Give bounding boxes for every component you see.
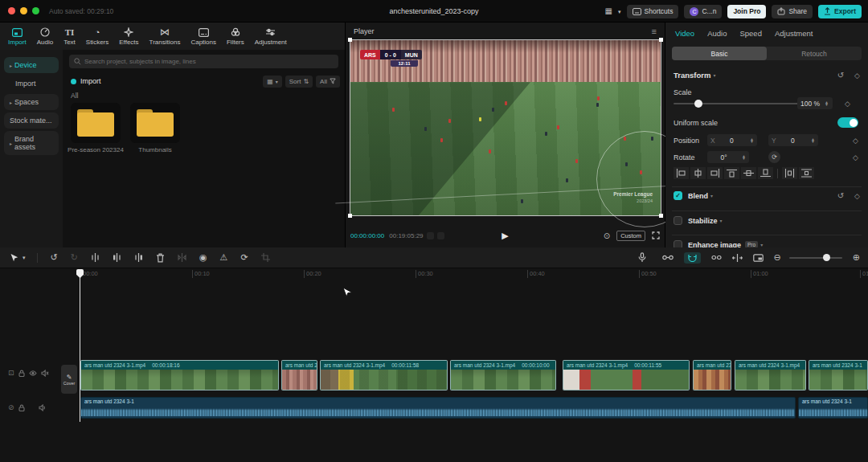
unlink-icon[interactable]	[711, 254, 722, 261]
align-center-vertical-button[interactable]	[741, 167, 756, 179]
snapping-magnet-icon[interactable]	[684, 252, 701, 264]
rotate-value-field[interactable]: 0° ▲▼	[707, 151, 749, 163]
align-left-button[interactable]	[674, 167, 689, 179]
stepper-icon[interactable]: ▲▼	[825, 101, 829, 106]
timeline-clip[interactable]: ars man utd 2	[281, 360, 317, 390]
timeline-zoom-knob[interactable]	[823, 254, 830, 261]
minimize-window-button[interactable]	[20, 7, 27, 14]
keyframe-icon[interactable]: ◇	[845, 100, 850, 108]
fullscreen-icon[interactable]	[652, 231, 660, 239]
collapse-caret-icon[interactable]: ▾	[713, 72, 715, 78]
crop-icon[interactable]	[261, 253, 270, 262]
layout-icon[interactable]: ▦	[605, 7, 612, 15]
video-preview[interactable]: ARS 0 - 0 MUN 12:11 Premier League 2023/…	[350, 40, 661, 215]
keyframe-icon[interactable]: ◇	[853, 137, 858, 145]
timeline-clip[interactable]: ars man utd 2324 3-1.mp400:00:10:00	[450, 360, 556, 390]
tool-transitions[interactable]: ⋈ Transitions	[149, 27, 181, 46]
export-button[interactable]: Export	[818, 5, 862, 18]
redo-icon[interactable]: ↻	[71, 253, 78, 262]
mute-speaker-icon[interactable]	[41, 370, 49, 377]
close-window-button[interactable]	[8, 7, 15, 14]
scale-value-field[interactable]: 100 % ▲▼	[797, 97, 833, 109]
reset-icon[interactable]: ↺	[837, 71, 844, 80]
selection-handle[interactable]	[348, 38, 352, 42]
select-tool-icon[interactable]	[10, 253, 18, 263]
align-right-button[interactable]	[707, 167, 723, 179]
delete-left-icon[interactable]	[113, 253, 121, 262]
frame-option-icon[interactable]	[437, 232, 444, 239]
sidebar-item-device[interactable]: ▸ Device	[4, 57, 59, 73]
timeline-zoom-slider[interactable]	[789, 257, 842, 259]
view-mode-button[interactable]: ▦ ▾	[263, 76, 282, 88]
zoom-window-button[interactable]	[32, 7, 39, 14]
keying-icon[interactable]: ⚠	[220, 253, 228, 262]
cover-button[interactable]: ✎ Cover	[61, 365, 77, 394]
undo-icon[interactable]: ↺	[51, 253, 58, 262]
tool-adjustment[interactable]: Adjustment	[255, 27, 287, 46]
join-pro-button[interactable]: Join Pro	[727, 5, 766, 18]
stepper-icon[interactable]: ▲▼	[811, 138, 815, 143]
timeline-clip[interactable]: ars man utd 2324 3-1.mp4	[735, 360, 806, 390]
tab-video[interactable]: Video	[675, 29, 694, 38]
tool-filters[interactable]: Filters	[227, 27, 244, 46]
lock-icon[interactable]	[18, 404, 25, 411]
tool-audio[interactable]: Audio	[37, 27, 53, 46]
timeline-clip[interactable]: ars man utd 2324 3-1.mp400:00:11:58	[320, 360, 448, 390]
link-icon[interactable]	[662, 254, 674, 261]
scale-slider[interactable]	[674, 103, 800, 104]
rotate-icon[interactable]: ⟳	[240, 253, 248, 262]
collapse-caret-icon[interactable]: ▾	[710, 193, 713, 198]
sidebar-item-spaces[interactable]: ▸ Spaces	[4, 94, 59, 110]
audio-clip[interactable]: ars man utd 2324 3-1	[80, 397, 796, 419]
uniform-scale-toggle[interactable]	[837, 117, 858, 128]
mode-retouch[interactable]: Retouch	[767, 47, 862, 60]
delete-icon[interactable]	[156, 253, 165, 263]
align-bottom-button[interactable]	[758, 167, 773, 179]
shortcuts-button[interactable]: Shortcuts	[627, 5, 679, 18]
expand-clip-icon[interactable]	[732, 254, 743, 262]
record-icon[interactable]: ◉	[199, 253, 207, 262]
chevron-down-icon[interactable]: ▾	[618, 9, 621, 14]
stepper-icon[interactable]: ▲▼	[750, 138, 754, 143]
player-menu-icon[interactable]: ≡	[652, 27, 657, 36]
preview-window-icon[interactable]	[753, 254, 764, 262]
stepper-icon[interactable]: ▲▼	[742, 155, 746, 160]
keyframe-icon[interactable]: ◇	[854, 192, 860, 200]
frame-option-icon[interactable]	[427, 232, 434, 239]
scale-slider-thumb[interactable]	[694, 100, 702, 108]
zoom-in-icon[interactable]: ⊕	[853, 252, 860, 263]
zoom-out-icon[interactable]: ⊖	[774, 252, 781, 263]
reset-icon[interactable]: ↺	[837, 191, 844, 200]
selection-handle[interactable]	[348, 214, 352, 218]
timeline-clip[interactable]: ars man utd 232	[693, 360, 731, 390]
stabilize-checkbox[interactable]	[674, 216, 682, 225]
keyframe-icon[interactable]: ◇	[853, 153, 858, 161]
tool-import[interactable]: Import	[8, 27, 27, 46]
sort-button[interactable]: Sort ⇅	[285, 76, 313, 88]
tool-captions[interactable]: Captions	[190, 27, 216, 46]
delete-right-icon[interactable]	[134, 253, 143, 262]
folder-thumbnails[interactable]	[130, 103, 180, 143]
align-center-horizontal-button[interactable]	[690, 167, 706, 179]
collapse-caret-icon[interactable]: ▾	[760, 242, 763, 247]
timeline-clip[interactable]: ars man utd 2324 3-1	[809, 360, 868, 390]
share-button[interactable]: Share	[772, 5, 813, 18]
tool-text[interactable]: TI Text	[63, 27, 76, 46]
selection-handle[interactable]	[659, 38, 663, 42]
tab-adjustment[interactable]: Adjustment	[775, 29, 813, 38]
chevron-down-icon[interactable]: ▾	[23, 255, 26, 260]
mode-basic[interactable]: Basic	[672, 47, 767, 60]
collapse-caret-icon[interactable]: ▾	[720, 218, 723, 223]
audio-clip[interactable]: ars man utd 2324 3-1	[798, 397, 868, 419]
play-button[interactable]: ▶	[502, 231, 508, 241]
timeline-ruler[interactable]: 00:00 00:10 00:20 00:30 00:40 00:50 01:0…	[0, 268, 868, 280]
align-top-button[interactable]	[724, 167, 739, 179]
folder-pre-season[interactable]	[71, 103, 121, 143]
search-bar[interactable]	[69, 55, 338, 68]
sidebar-item-import[interactable]: Import	[4, 76, 59, 92]
sidebar-item-brand-assets[interactable]: ▸ Brand assets	[4, 131, 59, 155]
mirror-icon[interactable]	[178, 253, 186, 262]
distribute-horizontal-button[interactable]	[782, 167, 797, 179]
tab-speed[interactable]: Speed	[739, 29, 761, 38]
split-icon[interactable]	[91, 253, 100, 262]
